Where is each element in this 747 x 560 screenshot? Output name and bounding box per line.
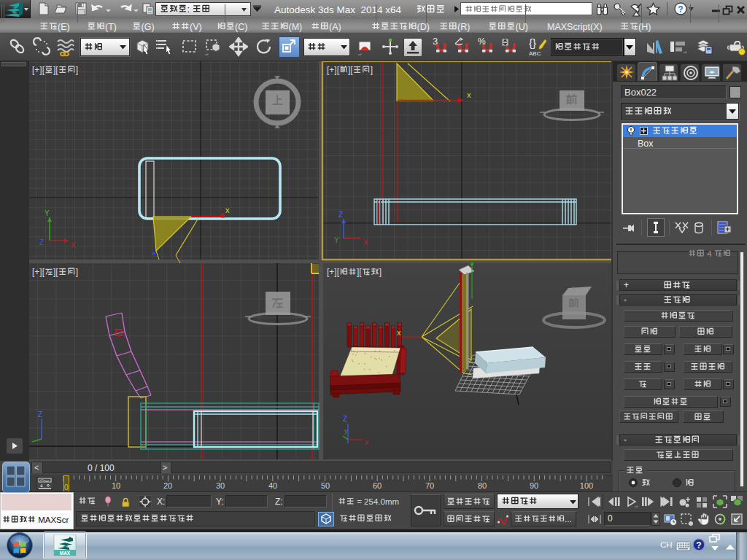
- svg-text:Y:: Y:: [216, 497, 224, 507]
- svg-text:y: y: [344, 427, 348, 435]
- svg-text:Box: Box: [638, 139, 654, 149]
- svg-text:80: 80: [478, 481, 487, 490]
- svg-text:%: %: [478, 37, 486, 47]
- svg-text:>: >: [163, 463, 167, 472]
- svg-text:ABC: ABC: [529, 50, 541, 57]
- svg-text:(V): (V): [190, 22, 202, 32]
- svg-text:][: ][: [348, 65, 353, 75]
- svg-text:[+][: [+][: [327, 267, 340, 277]
- svg-text:30: 30: [216, 481, 225, 490]
- svg-text:{}: {}: [529, 36, 536, 49]
- svg-text:][: ][: [357, 267, 362, 277]
- svg-text:(M): (M): [289, 22, 303, 32]
- svg-text::: :: [187, 4, 193, 15]
- svg-text:Box022: Box022: [624, 87, 657, 98]
- svg-text:(E): (E): [58, 22, 70, 32]
- svg-text:60: 60: [373, 481, 382, 490]
- svg-text:(T): (T): [105, 22, 117, 32]
- svg-text:Y: Y: [334, 236, 339, 244]
- svg-text:[+][: [+][: [32, 267, 45, 277]
- svg-text:= 254.0mm: = 254.0mm: [355, 497, 399, 506]
- svg-text:20: 20: [163, 481, 172, 490]
- svg-text:0 / 100: 0 / 100: [88, 463, 115, 473]
- svg-text:0: 0: [64, 483, 69, 491]
- svg-text:Z: Z: [38, 411, 42, 419]
- svg-text:Z:: Z:: [275, 497, 283, 507]
- svg-text:40: 40: [268, 481, 277, 490]
- svg-text:[+][: [+][: [32, 65, 45, 75]
- svg-text:10: 10: [112, 481, 120, 490]
- svg-text:Z: Z: [39, 238, 44, 246]
- svg-text:][: ][: [53, 65, 58, 75]
- svg-text:?: ?: [678, 4, 683, 15]
- svg-text:]: ]: [371, 65, 373, 75]
- svg-text:<: <: [34, 463, 39, 472]
- svg-text:Y: Y: [44, 209, 50, 217]
- svg-text:(U): (U): [516, 22, 528, 32]
- svg-text:50: 50: [321, 481, 330, 490]
- svg-text:X:: X:: [157, 497, 165, 507]
- svg-text:x: x: [397, 328, 401, 337]
- svg-text:-: -: [624, 435, 627, 445]
- svg-text:CH: CH: [660, 540, 673, 549]
- svg-text:...: ...: [565, 515, 572, 524]
- svg-text:(C): (C): [235, 22, 247, 32]
- svg-text:?: ?: [696, 540, 701, 551]
- svg-text:Z: Z: [338, 211, 343, 219]
- svg-text:(A): (A): [329, 22, 341, 32]
- svg-text:+: +: [624, 280, 629, 290]
- svg-text:x: x: [365, 438, 368, 446]
- svg-text:90: 90: [530, 481, 538, 490]
- svg-text:(D): (D): [417, 22, 430, 32]
- svg-text:4: 4: [705, 249, 714, 258]
- svg-text:3: 3: [433, 37, 438, 47]
- svg-text:]: ]: [76, 65, 78, 75]
- svg-text:0: 0: [608, 513, 613, 524]
- svg-text:(H): (H): [638, 22, 651, 32]
- svg-text:(G): (G): [142, 22, 155, 32]
- svg-text:[+][: [+][: [327, 65, 340, 75]
- svg-text:(R): (R): [457, 22, 470, 32]
- svg-text:X: X: [363, 238, 368, 246]
- svg-text:70: 70: [425, 481, 434, 490]
- svg-text:MAXScr: MAXScr: [36, 516, 69, 524]
- svg-text:-: -: [624, 295, 627, 305]
- svg-text:Autodesk 3ds Max 2014 x64: Autodesk 3ds Max 2014 x64: [274, 4, 402, 15]
- svg-text:x: x: [225, 206, 230, 214]
- svg-text:MAX: MAX: [60, 551, 71, 556]
- svg-text:MAXScript(X): MAXScript(X): [547, 22, 603, 32]
- svg-text:]: ]: [379, 267, 382, 277]
- svg-text:X: X: [71, 241, 76, 249]
- svg-text:100: 100: [580, 481, 593, 490]
- svg-text:Z: Z: [343, 415, 347, 423]
- svg-text:][: ][: [53, 267, 58, 277]
- svg-text:]: ]: [76, 267, 78, 277]
- svg-text:x: x: [467, 90, 471, 99]
